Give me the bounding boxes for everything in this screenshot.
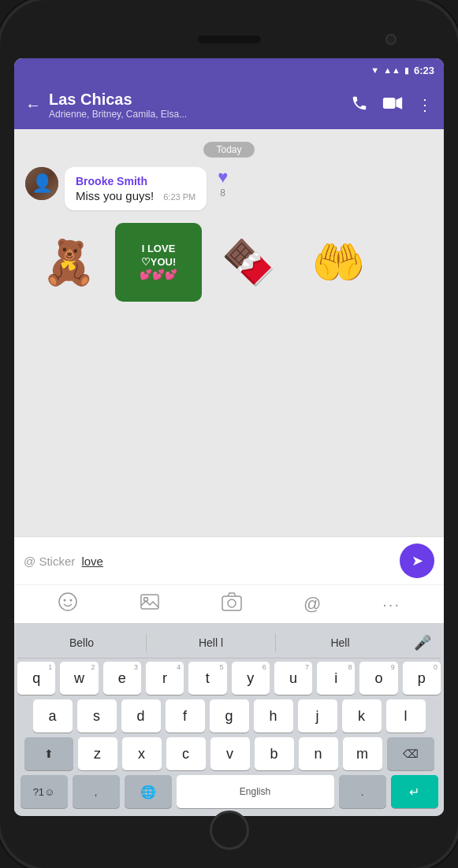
at-button[interactable]: @: [303, 594, 321, 614]
key-w[interactable]: 2w: [60, 662, 98, 695]
camera-button[interactable]: [222, 592, 242, 617]
more-button[interactable]: ···: [382, 595, 400, 614]
key-f[interactable]: f: [166, 699, 205, 733]
suggestion-2[interactable]: Hell l: [147, 630, 275, 655]
phone-top-bar: [14, 24, 444, 55]
svg-rect-5: [141, 595, 158, 609]
phone-screen: ▼ ▲▲ ▮ 6:23 ← Las Chicas Adrienne, Britn…: [14, 58, 444, 816]
reaction-count: 8: [220, 187, 225, 198]
header-actions: ⋮: [351, 95, 433, 116]
avatar: [25, 167, 58, 200]
status-bar: ▼ ▲▲ ▮ 6:23: [14, 58, 444, 82]
symbols-key[interactable]: ?1☺: [20, 775, 68, 808]
message-input[interactable]: [110, 551, 393, 571]
signal-icon: ▲▲: [383, 65, 400, 75]
key-x[interactable]: x: [122, 737, 162, 770]
key-row-4: ?1☺ , 🌐 English . ↵: [17, 775, 441, 808]
message-time: 6:23 PM: [163, 192, 195, 202]
key-l[interactable]: l: [386, 699, 426, 733]
message-bubble: Brooke Smith Miss you guys! 6:23 PM: [65, 167, 207, 210]
send-button[interactable]: ➤: [400, 543, 434, 578]
status-icons: ▼ ▲▲ ▮: [370, 65, 409, 76]
key-u[interactable]: 7u: [274, 662, 312, 695]
key-y[interactable]: 6y: [232, 662, 270, 695]
key-o[interactable]: 9o: [359, 662, 397, 695]
keyboard: Bello Hell l Hell 🎤 1q 2w 3e 4r 5t 6y 7u…: [14, 623, 444, 816]
key-r[interactable]: 4r: [146, 662, 184, 695]
avatar-image: [25, 167, 58, 200]
sticker-hands[interactable]: 🤲: [295, 223, 382, 302]
heart-icon: ♥: [218, 167, 228, 187]
comma-key[interactable]: ,: [73, 775, 120, 808]
key-n[interactable]: n: [299, 737, 338, 770]
period-key[interactable]: .: [339, 775, 386, 808]
battery-icon: ▮: [404, 65, 409, 76]
sticker-chocolate[interactable]: 🍫: [205, 223, 292, 302]
phone-bottom-bar: [14, 816, 444, 844]
keyboard-suggestions: Bello Hell l Hell 🎤: [17, 628, 441, 658]
sticker-love[interactable]: I LOVE♡YOU!💕💕💕: [115, 223, 202, 302]
status-time: 6:23: [414, 65, 434, 76]
bottom-toolbar: @ ···: [14, 584, 444, 623]
video-call-button[interactable]: [382, 95, 403, 116]
suggestion-1[interactable]: Bello: [17, 630, 146, 655]
svg-point-3: [63, 599, 65, 602]
sticker-pizza-bear[interactable]: 🧸: [25, 223, 112, 302]
globe-key[interactable]: 🌐: [125, 775, 172, 808]
key-s[interactable]: s: [77, 699, 117, 733]
key-k[interactable]: k: [342, 699, 382, 733]
image-button[interactable]: [140, 592, 160, 617]
key-b[interactable]: b: [255, 737, 294, 770]
shift-key[interactable]: ⬆: [24, 737, 73, 770]
send-icon: ➤: [411, 552, 423, 569]
key-h[interactable]: h: [254, 699, 293, 733]
mic-icon[interactable]: 🎤: [404, 628, 441, 658]
message-text: Miss you guys!: [76, 189, 154, 202]
call-button[interactable]: [351, 95, 368, 116]
input-value: love: [81, 555, 103, 568]
sticker-grid: 🧸 I LOVE♡YOU!💕💕💕 🍫 🤲: [25, 217, 433, 308]
sticker-love-text: I LOVE♡YOU!💕💕💕: [115, 223, 202, 302]
chat-area: Today Brooke Smith Miss you guys! 6:23 P…: [14, 129, 444, 536]
key-t[interactable]: 5t: [188, 662, 226, 695]
key-v[interactable]: v: [210, 737, 250, 770]
key-row-2: a s d f g h j k l: [17, 699, 441, 733]
message-reaction[interactable]: ♥ 8: [218, 167, 228, 198]
suggestion-3[interactable]: Hell: [276, 630, 404, 655]
phone-shell: ▼ ▲▲ ▮ 6:23 ← Las Chicas Adrienne, Britn…: [0, 0, 458, 868]
date-badge: Today: [25, 142, 433, 156]
input-area: @ Sticker love ➤: [14, 536, 444, 584]
svg-point-8: [228, 599, 236, 607]
chat-subtitle: Adrienne, Britney, Camila, Elsa...: [49, 109, 343, 120]
key-row-1: 1q 2w 3e 4r 5t 6y 7u 8i 9o 0p: [17, 662, 441, 695]
svg-rect-0: [383, 98, 396, 109]
key-c[interactable]: c: [166, 737, 206, 770]
message-row: Brooke Smith Miss you guys! 6:23 PM ♥ 8: [25, 167, 433, 210]
emoji-button[interactable]: [58, 592, 78, 617]
key-g[interactable]: g: [210, 699, 249, 733]
key-m[interactable]: m: [343, 737, 382, 770]
key-a[interactable]: a: [33, 699, 73, 733]
key-z[interactable]: z: [78, 737, 117, 770]
key-d[interactable]: d: [121, 699, 161, 733]
key-i[interactable]: 8i: [317, 662, 355, 695]
key-row-3: ⬆ z x c v b n m ⌫: [17, 737, 441, 770]
phone-speaker: [198, 35, 261, 43]
key-j[interactable]: j: [298, 699, 337, 733]
home-button[interactable]: [210, 811, 249, 850]
backspace-key[interactable]: ⌫: [387, 737, 434, 770]
more-menu-button[interactable]: ⋮: [417, 95, 433, 114]
at-sticker-label: @ Sticker love: [24, 555, 103, 568]
back-button[interactable]: ←: [25, 96, 41, 114]
svg-point-2: [59, 593, 76, 610]
enter-key[interactable]: ↵: [391, 775, 438, 808]
key-p[interactable]: 0p: [403, 662, 441, 695]
space-key[interactable]: English: [177, 775, 334, 808]
svg-rect-7: [222, 596, 241, 610]
key-e[interactable]: 3e: [103, 662, 141, 695]
message-content: Miss you guys! 6:23 PM: [76, 189, 195, 202]
phone-camera: [385, 34, 397, 45]
header: ← Las Chicas Adrienne, Britney, Camila, …: [14, 82, 444, 129]
chat-title: Las Chicas: [49, 90, 343, 109]
key-q[interactable]: 1q: [17, 662, 55, 695]
